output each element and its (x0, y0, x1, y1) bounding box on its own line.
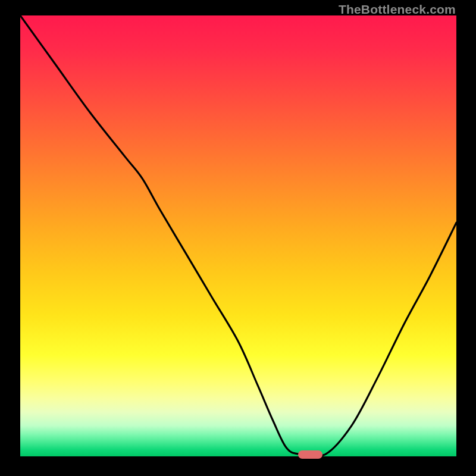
watermark-text: TheBottleneck.com (339, 2, 456, 17)
chart-container: TheBottleneck.com (0, 0, 476, 476)
optimal-marker (298, 450, 322, 458)
plot-area (20, 15, 456, 456)
